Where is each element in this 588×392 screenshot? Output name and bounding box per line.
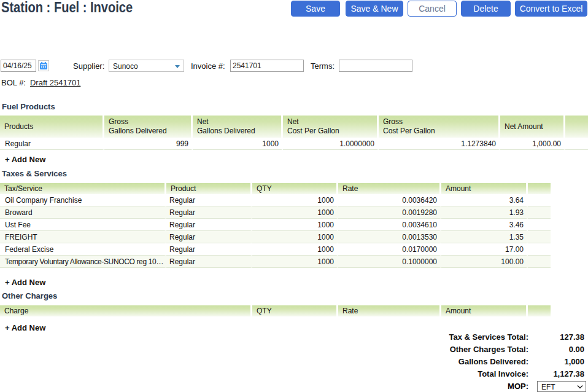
- bol-label: BOL #:: [1, 78, 26, 87]
- cell-amount: 1.35: [441, 231, 528, 243]
- col-rate: Rate: [338, 305, 441, 316]
- gallons-delivered-row: Gallons Delivered: 1,000: [0, 357, 588, 367]
- other-charges-heading: Other Charges: [2, 291, 57, 300]
- cell-tax-service: Oil Company Franchise: [0, 194, 166, 206]
- terms-input[interactable]: [339, 60, 412, 72]
- delete-button[interactable]: Delete: [461, 1, 511, 17]
- col-net-amount: Net Amount: [500, 116, 565, 138]
- cell-rate: 0.1000000: [338, 256, 441, 268]
- other-charges-total-row: Other Charges Total: 0.00: [0, 345, 588, 355]
- cell-product: Regular: [166, 206, 252, 219]
- cell-tax-service: Ust Fee: [0, 219, 166, 231]
- col-rate: Rate: [338, 183, 441, 194]
- fuel-products-heading: Fuel Products: [2, 102, 55, 111]
- cell-gross-cost-per-gallon: 1.1273840: [379, 138, 500, 150]
- terms-label: Terms:: [311, 61, 335, 71]
- cell-amount: 100.00: [441, 256, 528, 268]
- add-new-fuel-product-link[interactable]: + Add New: [5, 155, 45, 164]
- col-net-gallons-delivered: NetGallons Delivered: [193, 116, 283, 138]
- mop-label: MOP:: [508, 382, 528, 391]
- supplier-label: Supplier:: [73, 61, 104, 71]
- cell-tax-service: Federal Excise: [0, 243, 166, 256]
- cell-product: Regular: [166, 256, 252, 268]
- save-and-new-button[interactable]: Save & New: [346, 1, 403, 17]
- cell-net-cost-per-gallon: 1.0000000: [283, 138, 379, 150]
- other-charges-table: Charge QTY Rate Amount: [0, 305, 551, 316]
- col-qty: QTY: [252, 305, 338, 316]
- cell-actions: [528, 219, 551, 231]
- cell-rate: 0.0019280: [338, 206, 441, 219]
- col-amount: Amount: [441, 183, 528, 194]
- mop-value: EFT: [541, 383, 555, 391]
- total-invoice-label: Total Invoice:: [478, 369, 528, 378]
- tax-row[interactable]: Temporary Voluntary Allowance-SUNOCO reg…: [0, 256, 551, 268]
- cell-qty: 1000: [252, 243, 338, 256]
- cell-qty: 1000: [252, 206, 338, 219]
- mop-select[interactable]: EFT: [537, 381, 586, 392]
- convert-to-excel-button[interactable]: Convert to Excel: [515, 1, 587, 17]
- tax-row[interactable]: Oil Company Franchise Regular 1000 0.003…: [0, 194, 551, 206]
- tax-row[interactable]: FREIGHT Regular 1000 0.0013530 1.35: [0, 231, 551, 243]
- tax-row[interactable]: Federal Excise Regular 1000 0.0170000 17…: [0, 243, 551, 256]
- date-input[interactable]: [1, 60, 36, 72]
- cell-qty: 1000: [252, 256, 338, 268]
- cell-gross-gallons: 999: [104, 138, 193, 150]
- cell-net-amount: 1,000.00: [500, 138, 565, 150]
- tax-row[interactable]: Ust Fee Regular 1000 0.0034610 3.46: [0, 219, 551, 231]
- col-qty: QTY: [252, 183, 338, 194]
- cell-tax-service: FREIGHT: [0, 231, 166, 243]
- col-gross-gallons-delivered: GrossGallons Delivered: [104, 116, 193, 138]
- cell-tax-service: Temporary Voluntary Allowance-SUNOCO reg…: [0, 256, 166, 268]
- gallons-delivered-label: Gallons Delivered:: [458, 357, 528, 366]
- col-products: Products: [0, 116, 104, 138]
- supplier-dropdown[interactable]: Sunoco: [109, 60, 184, 72]
- taxes-header-row: Tax/Service Product QTY Rate Amount: [0, 183, 551, 194]
- total-invoice-value: 1,127.38: [553, 369, 584, 378]
- cell-actions: [528, 231, 551, 243]
- chevron-down-icon: [577, 385, 583, 390]
- cell-amount: 17.00: [441, 243, 528, 256]
- supplier-value: Sunoco: [113, 62, 138, 71]
- col-net-cost-per-gallon: NetCost Per Gallon: [283, 116, 379, 138]
- fuel-product-row[interactable]: Regular 999 1000 1.0000000 1.1273840 1,0…: [0, 138, 588, 150]
- cell-net-gallons: 1000: [193, 138, 283, 150]
- cell-rate: 0.0034610: [338, 219, 441, 231]
- add-new-other-charge-link[interactable]: + Add New: [5, 323, 45, 332]
- calendar-icon: [39, 61, 48, 70]
- col-gross-cost-per-gallon: GrossCost Per Gallon: [379, 116, 500, 138]
- fuel-products-table: Products GrossGallons Delivered NetGallo…: [0, 116, 588, 150]
- cell-qty: 1000: [252, 219, 338, 231]
- cell-amount: 3.64: [441, 194, 528, 206]
- add-new-tax-service-link[interactable]: + Add New: [5, 278, 45, 287]
- total-invoice-row: Total Invoice: 1,127.38: [0, 369, 588, 379]
- cell-product: Regular: [0, 138, 104, 150]
- invoice-number-label: Invoice #:: [191, 61, 225, 71]
- mop-row: MOP: EFT: [0, 381, 588, 392]
- cell-amount: 3.46: [441, 219, 528, 231]
- cell-product: Regular: [166, 194, 252, 206]
- cancel-button[interactable]: Cancel: [408, 1, 457, 17]
- other-charges-header-row: Charge QTY Rate Amount: [0, 305, 551, 316]
- cell-product: Regular: [166, 231, 252, 243]
- col-product: Product: [166, 183, 252, 194]
- cell-actions: [528, 256, 551, 268]
- cell-product: Regular: [166, 243, 252, 256]
- invoice-number-input[interactable]: [230, 60, 304, 72]
- calendar-button[interactable]: [38, 60, 49, 71]
- gallons-delivered-value: 1,000: [564, 357, 584, 366]
- cell-actions: [528, 194, 551, 206]
- col-charge: Charge: [0, 305, 252, 316]
- col-amount: Amount: [441, 305, 528, 316]
- cell-actions: [528, 206, 551, 219]
- cell-product: Regular: [166, 219, 252, 231]
- taxes-services-heading: Taxes & Services: [2, 169, 67, 178]
- cell-amount: 1.93: [441, 206, 528, 219]
- tax-row[interactable]: Broward Regular 1000 0.0019280 1.93: [0, 206, 551, 219]
- bol-link[interactable]: Draft 2541701: [30, 78, 80, 87]
- tax-services-total-value: 127.38: [560, 332, 584, 342]
- save-button[interactable]: Save: [291, 1, 340, 17]
- cell-rate: 0.0013530: [338, 231, 441, 243]
- cell-tax-service: Broward: [0, 206, 166, 219]
- invoice-page: Station : Fuel : Invoice Save Save & New…: [0, 0, 588, 392]
- invoice-form-row: Supplier: Sunoco Invoice #: Terms:: [0, 60, 588, 72]
